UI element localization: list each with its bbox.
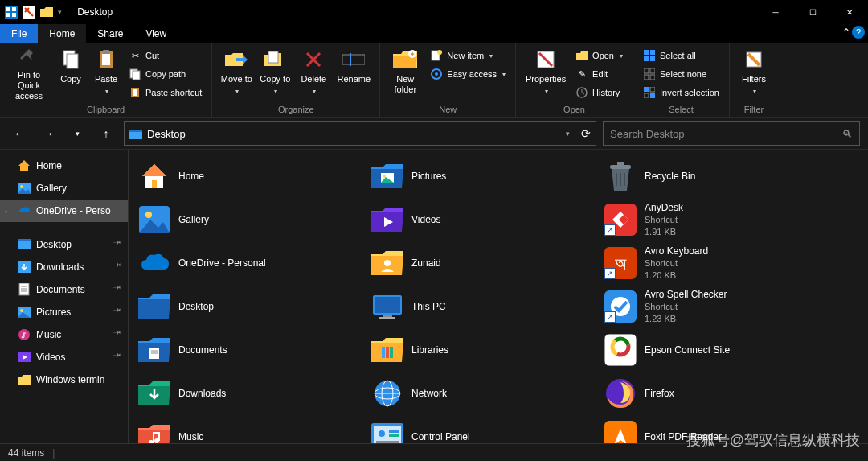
file-item[interactable]: অ↗ Avro Keyboard Shortcut 1.20 KB xyxy=(601,243,834,283)
new-item-icon xyxy=(430,49,443,62)
copy-to-button[interactable]: Copy to▾ xyxy=(257,45,293,101)
sidebar-item-pictures[interactable]: Pictures📌︎ xyxy=(0,301,128,323)
select-all-icon xyxy=(643,49,656,62)
copy-path-button[interactable]: Copy path xyxy=(125,65,205,83)
window-title: Desktop xyxy=(77,6,113,18)
new-folder-button[interactable]: ✦ New folder xyxy=(387,45,424,101)
tab-file[interactable]: File xyxy=(0,24,38,43)
help-icon[interactable]: ? xyxy=(852,26,865,39)
back-button[interactable]: ← xyxy=(8,122,31,145)
qat-dropdown-icon[interactable]: ▾ xyxy=(58,8,62,16)
qat-folder-icon[interactable] xyxy=(40,6,53,19)
svg-rect-27 xyxy=(650,50,655,55)
recent-locations-button[interactable]: ▾ xyxy=(66,122,88,145)
copy-button[interactable]: Copy xyxy=(55,45,87,101)
edit-button[interactable]: ✎Edit xyxy=(572,65,626,83)
svg-point-51 xyxy=(20,309,23,312)
file-item[interactable]: ↗ Avro Spell Checker Shortcut 1.23 KB xyxy=(601,286,834,327)
sidebar-item-onedrive[interactable]: ›OneDrive - Perso xyxy=(0,200,128,222)
easy-access-button[interactable]: Easy access▾ xyxy=(427,65,509,83)
qat-properties-icon[interactable] xyxy=(23,6,35,19)
minimize-button[interactable]: ─ xyxy=(757,0,794,24)
file-item[interactable]: Firefox xyxy=(601,373,834,414)
file-item[interactable]: Desktop xyxy=(135,286,368,327)
file-item[interactable]: Foxit PDF Reader xyxy=(601,417,834,443)
file-item[interactable]: Videos xyxy=(368,200,601,240)
file-item[interactable]: Music xyxy=(135,417,368,443)
file-item[interactable]: Downloads xyxy=(135,373,368,414)
file-item[interactable]: Gallery xyxy=(135,200,368,240)
tab-home[interactable]: Home xyxy=(38,24,86,43)
file-item[interactable]: Network xyxy=(368,373,601,414)
svg-point-21 xyxy=(437,50,442,55)
location-icon xyxy=(129,127,142,140)
item-icon xyxy=(371,421,403,443)
scissors-icon: ✂ xyxy=(129,49,141,62)
item-name-label: Control Panel xyxy=(411,431,470,443)
cut-button[interactable]: ✂Cut xyxy=(125,47,205,64)
tab-share[interactable]: Share xyxy=(86,24,134,43)
file-item[interactable]: Pictures xyxy=(368,156,601,196)
delete-button[interactable]: Delete▾ xyxy=(296,45,331,101)
item-icon xyxy=(138,204,170,236)
sidebar-item-desktop[interactable]: Desktop📌︎ xyxy=(0,233,128,256)
properties-button[interactable]: Properties▾ xyxy=(522,45,569,101)
maximize-button[interactable]: ☐ xyxy=(794,0,831,24)
paste-shortcut-button[interactable]: Paste shortcut xyxy=(125,84,205,101)
file-item[interactable]: Control Panel xyxy=(368,417,601,443)
content-area[interactable]: Home Pictures Recycle Bin Gallery xyxy=(129,150,868,443)
paste-button[interactable]: Paste▾ xyxy=(90,45,122,101)
sidebar-item-music[interactable]: Music📌︎ xyxy=(0,323,128,346)
sidebar-item-gallery[interactable]: Gallery xyxy=(0,177,128,200)
ribbon-collapse-icon[interactable]: ⌃ xyxy=(842,27,850,38)
tab-view[interactable]: View xyxy=(134,24,178,43)
file-item[interactable]: This PC xyxy=(368,286,601,327)
downloads-icon xyxy=(18,261,31,274)
invert-selection-button[interactable]: Invert selection xyxy=(640,84,723,101)
paste-shortcut-icon xyxy=(129,86,141,99)
file-item[interactable]: ↗ AnyDesk Shortcut 1.91 KB xyxy=(601,200,834,240)
sidebar-item-documents[interactable]: Documents📌︎ xyxy=(0,278,128,301)
item-size-label: 1.20 KB xyxy=(645,270,708,282)
file-item[interactable]: Home xyxy=(135,156,368,196)
svg-rect-92 xyxy=(389,434,399,437)
svg-rect-2 xyxy=(12,7,16,11)
svg-point-62 xyxy=(384,260,391,266)
sidebar-item-videos[interactable]: Videos📌︎ xyxy=(0,346,128,368)
item-name-label: Videos xyxy=(411,214,440,226)
file-item[interactable]: OneDrive - Personal xyxy=(135,243,368,283)
sidebar-item-home[interactable]: Home xyxy=(0,154,128,177)
select-none-button[interactable]: Select none xyxy=(640,65,723,83)
history-button[interactable]: History xyxy=(572,84,626,101)
item-name-label: Pictures xyxy=(411,171,446,183)
forward-button[interactable]: → xyxy=(37,122,59,145)
move-to-button[interactable]: Move to▾ xyxy=(219,45,254,101)
item-name-label: AnyDesk xyxy=(645,202,683,214)
item-type-label: Shortcut xyxy=(645,257,708,270)
file-item[interactable]: Epson Connect Site xyxy=(601,330,834,370)
file-item[interactable]: Libraries xyxy=(368,330,601,370)
filters-button[interactable]: Filters▾ xyxy=(736,45,772,101)
svg-text:✦: ✦ xyxy=(410,51,416,58)
refresh-button[interactable]: ⟳ xyxy=(581,127,591,140)
open-button[interactable]: Open▾ xyxy=(572,47,626,64)
close-button[interactable]: ✕ xyxy=(831,0,868,24)
up-button[interactable]: ↑ xyxy=(95,122,117,145)
pin-to-quick-access-button[interactable]: Pin to Quick access xyxy=(6,45,51,101)
sidebar-item-windows-terminal[interactable]: Windows termin xyxy=(0,368,128,391)
svg-point-23 xyxy=(435,72,438,76)
item-name-label: This PC xyxy=(411,301,446,313)
new-item-button[interactable]: New item▾ xyxy=(427,47,509,64)
address-dropdown-icon[interactable]: ▾ xyxy=(566,130,570,138)
select-all-button[interactable]: Select all xyxy=(640,47,723,64)
svg-rect-12 xyxy=(133,71,140,80)
rename-button[interactable]: Rename xyxy=(334,45,373,101)
svg-rect-76 xyxy=(390,347,393,358)
file-item[interactable]: Zunaid xyxy=(368,243,601,283)
search-box[interactable]: Search Desktop 🔍︎ xyxy=(603,121,860,146)
sidebar-item-downloads[interactable]: Downloads📌︎ xyxy=(0,256,128,278)
ribbon-group-label: Select xyxy=(640,103,723,117)
file-item[interactable]: Documents xyxy=(135,330,368,370)
address-bar[interactable]: Desktop ▾ ⟳ xyxy=(124,121,596,146)
file-item[interactable]: Recycle Bin xyxy=(601,156,834,196)
